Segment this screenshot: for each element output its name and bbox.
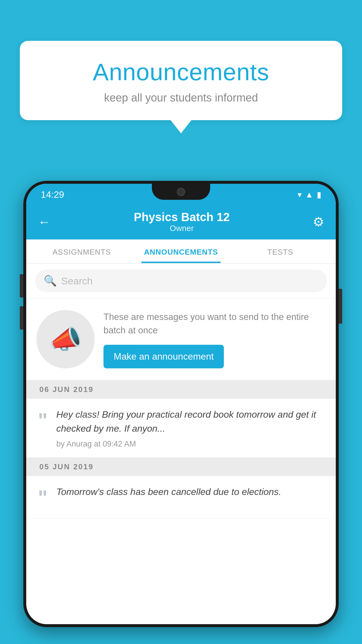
phone-mockup: 14:29 ▾ ▲ ▮ ← Physics Batch 12 Owner ⚙ A… [23, 181, 339, 644]
battery-icon: ▮ [317, 190, 321, 200]
quote-icon-2: " [38, 486, 48, 510]
search-container: 🔍 Search [26, 264, 336, 298]
power-button [339, 289, 342, 324]
phone-body: 14:29 ▾ ▲ ▮ ← Physics Batch 12 Owner ⚙ A… [23, 181, 339, 627]
announcement-description: These are messages you want to send to t… [103, 310, 326, 337]
megaphone-icon: 📣 [49, 324, 82, 355]
announcements-subtitle: keep all your students informed [34, 92, 328, 104]
tab-assignments[interactable]: ASSIGNMENTS [32, 239, 131, 263]
front-camera [177, 188, 185, 196]
gear-icon[interactable]: ⚙ [313, 214, 324, 229]
announcement-placeholder: 📣 These are messages you want to send to… [26, 298, 336, 380]
phone-screen: 14:29 ▾ ▲ ▮ ← Physics Batch 12 Owner ⚙ A… [26, 184, 336, 624]
header-subtitle: Owner [134, 224, 230, 233]
volume-up-button [20, 274, 23, 298]
speech-bubble-section: Announcements keep all your students inf… [20, 41, 342, 120]
quote-icon-1: " [38, 409, 48, 432]
announcement-text-1: Hey class! Bring your practical record b… [56, 407, 324, 435]
announcements-title: Announcements [34, 58, 328, 86]
status-icons: ▾ ▲ ▮ [298, 190, 321, 200]
header-title: Physics Batch 12 [134, 211, 230, 224]
back-button[interactable]: ← [38, 215, 51, 229]
volume-down-button [20, 306, 23, 330]
phone-notch [152, 184, 210, 200]
search-input[interactable]: Search [61, 275, 93, 287]
announcement-meta-1: by Anurag at 09:42 AM [56, 440, 324, 449]
date-separator-1: 06 JUN 2019 [26, 380, 336, 399]
announcement-content-2: Tomorrow's class has been cancelled due … [56, 485, 281, 503]
announcement-item-1: " Hey class! Bring your practical record… [26, 399, 336, 458]
announcement-content-1: Hey class! Bring your practical record b… [56, 407, 324, 449]
signal-icon: ▲ [305, 190, 313, 200]
tab-announcements[interactable]: ANNOUNCEMENTS [131, 239, 231, 263]
announcement-right: These are messages you want to send to t… [103, 310, 326, 368]
app-header: ← Physics Batch 12 Owner ⚙ [26, 204, 336, 239]
announcement-text-2: Tomorrow's class has been cancelled due … [56, 485, 281, 499]
search-icon: 🔍 [44, 275, 57, 287]
speech-bubble: Announcements keep all your students inf… [20, 41, 342, 120]
megaphone-circle: 📣 [36, 310, 95, 368]
status-time: 14:29 [41, 189, 64, 200]
make-announcement-button[interactable]: Make an announcement [103, 345, 224, 368]
search-box[interactable]: 🔍 Search [35, 270, 327, 292]
tabs-container: ASSIGNMENTS ANNOUNCEMENTS TESTS [26, 239, 336, 264]
date-separator-2: 05 JUN 2019 [26, 458, 336, 476]
wifi-icon: ▾ [298, 190, 302, 200]
tab-tests[interactable]: TESTS [231, 239, 330, 263]
announcement-item-2: " Tomorrow's class has been cancelled du… [26, 476, 336, 519]
header-center: Physics Batch 12 Owner [134, 211, 230, 233]
